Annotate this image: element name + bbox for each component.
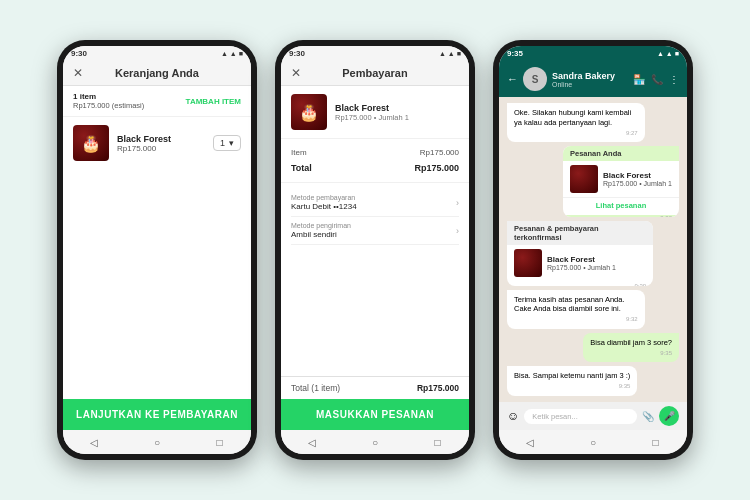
payment-method-label: Metode pembayaran xyxy=(291,194,357,201)
payment-total-row-inner: Total Rp175.000 xyxy=(291,160,459,176)
status-icons-2: ▲ ▲ ■ xyxy=(439,50,461,57)
order-product-name-sent: Black Forest xyxy=(603,171,672,180)
payment-price-rows: Item Rp175.000 Total Rp175.000 xyxy=(281,139,469,183)
order-card-sent-body: Black Forest Rp175.000 • Jumlah 1 xyxy=(563,161,679,197)
home-nav-1[interactable]: ○ xyxy=(150,435,164,449)
shipping-method-chevron-icon: › xyxy=(456,226,459,236)
emoji-icon[interactable]: ☺ xyxy=(507,409,519,423)
cart-estimate-price: Rp175.000 (estimasi) xyxy=(73,101,144,110)
nav-bar-2: ◁ ○ □ xyxy=(281,430,469,454)
home-nav-3[interactable]: ○ xyxy=(586,435,600,449)
cake-thumbnail-1: 🎂 xyxy=(73,125,109,161)
nav-bar-1: ◁ ○ □ xyxy=(63,430,251,454)
payment-product-details: Black Forest Rp175.000 • Jumlah 1 xyxy=(335,103,459,122)
chat-time-1: 9:27 xyxy=(514,130,638,138)
payment-bottom-total: Total (1 item) Rp175.000 xyxy=(281,376,469,399)
recents-nav-1[interactable]: □ xyxy=(213,435,227,449)
nav-bar-3: ◁ ○ □ xyxy=(499,430,687,454)
item-value: Rp175.000 xyxy=(420,148,459,157)
order-card-sent-time: 9:30 xyxy=(563,215,679,217)
status-icons-3: ▲ ▲ ■ xyxy=(657,50,679,57)
order-thumb-confirmed xyxy=(514,249,542,277)
recents-nav-2[interactable]: □ xyxy=(431,435,445,449)
payment-method-chevron-icon: › xyxy=(456,198,459,208)
back-nav-1[interactable]: ◁ xyxy=(87,435,101,449)
order-confirmed-header: Pesanan & pembayaran terkonfirmasi xyxy=(507,221,653,245)
chat-time-3: 9:35 xyxy=(590,350,672,358)
chat-message-1: Oke. Silakan hubungi kami kembali ya kal… xyxy=(507,103,645,142)
home-nav-2[interactable]: ○ xyxy=(368,435,382,449)
cart-info: 1 item Rp175.000 (estimasi) TAMBAH ITEM xyxy=(63,86,251,117)
phone-1-status-bar: 9:30 ▲ ▲ ■ xyxy=(63,46,251,61)
back-nav-2[interactable]: ◁ xyxy=(305,435,319,449)
phone-3-status-bar: 9:35 ▲ ▲ ■ xyxy=(499,46,687,61)
chat-message-2: Terima kasih atas pesanan Anda. Cake And… xyxy=(507,290,645,329)
attachment-icon[interactable]: 📎 xyxy=(642,411,654,422)
cart-item-price: Rp175.000 xyxy=(117,144,205,153)
phone-3: 9:35 ▲ ▲ ■ ← S Sandra Bakery Online 🏪 📞 … xyxy=(493,40,693,460)
status-icons-1: ▲ ▲ ■ xyxy=(221,50,243,57)
order-product-detail-confirmed: Rp175.000 • Jumlah 1 xyxy=(547,264,616,271)
payment-header: ✕ Pembayaran xyxy=(281,61,469,86)
chat-input-bar: ☺ Ketik pesan... 📎 🎤 xyxy=(499,402,687,430)
total-value: Rp175.000 xyxy=(414,163,459,173)
payment-close-icon[interactable]: ✕ xyxy=(291,66,301,80)
order-card-confirmed: Pesanan & pembayaran terkonfirmasi Black… xyxy=(507,221,653,285)
more-options-icon[interactable]: ⋮ xyxy=(669,74,679,85)
chat-message-4-text: Bisa. Sampai ketemu nanti jam 3 :) xyxy=(514,371,630,381)
order-confirmed-time: 9:30 xyxy=(507,283,653,285)
payment-total-amount: Rp175.000 xyxy=(417,383,459,393)
cart-title: Keranjang Anda xyxy=(115,67,199,79)
shipping-method-row[interactable]: Metode pengiriman Ambil sendiri › xyxy=(291,217,459,245)
chat-message-4: Bisa. Sampai ketemu nanti jam 3 :) 9:35 xyxy=(507,366,637,396)
store-icon[interactable]: 🏪 xyxy=(633,74,645,85)
payment-product-row: 🎂 Black Forest Rp175.000 • Jumlah 1 xyxy=(281,86,469,139)
mic-button[interactable]: 🎤 xyxy=(659,406,679,426)
payment-total-label: Total (1 item) xyxy=(291,383,340,393)
back-nav-3[interactable]: ◁ xyxy=(523,435,537,449)
cart-item-row: 🎂 Black Forest Rp175.000 1 ▾ xyxy=(63,117,251,169)
chat-contact-name: Sandra Bakery xyxy=(552,71,628,81)
phones-container: 9:30 ▲ ▲ ■ ✕ Keranjang Anda 1 item Rp175… xyxy=(47,30,703,470)
order-thumb-sent xyxy=(570,165,598,193)
order-card-sent-header: Pesanan Anda xyxy=(563,146,679,161)
item-label: Item xyxy=(291,148,307,157)
order-card-sent: Pesanan Anda Black Forest Rp175.000 • Ju… xyxy=(563,146,679,217)
chat-message-3-text: Bisa diambil jam 3 sore? xyxy=(590,338,672,348)
chat-contact-status: Online xyxy=(552,81,628,88)
status-bar-time-1: 9:30 xyxy=(71,49,87,58)
chat-message-3: Bisa diambil jam 3 sore? 9:35 xyxy=(583,333,679,363)
phone-2-screen: 9:30 ▲ ▲ ■ ✕ Pembayaran 🎂 Black Forest R… xyxy=(281,46,469,454)
payment-title: Pembayaran xyxy=(342,67,407,79)
submit-order-button[interactable]: MASUKKAN PESANAN xyxy=(281,399,469,430)
lihat-pesanan-link[interactable]: Lihat pesanan xyxy=(563,197,679,213)
shipping-method-value: Ambil sendiri xyxy=(291,230,351,239)
qty-value: 1 xyxy=(220,138,225,148)
chat-back-icon[interactable]: ← xyxy=(507,73,518,85)
quantity-control[interactable]: 1 ▾ xyxy=(213,135,241,151)
recents-nav-3[interactable]: □ xyxy=(649,435,663,449)
checkout-button[interactable]: LANJUTKAN KE PEMBAYARAN xyxy=(63,399,251,430)
payment-methods-section: Metode pembayaran Kartu Debit ••1234 › M… xyxy=(281,183,469,251)
chat-time-4: 9:35 xyxy=(514,383,630,391)
payment-product-name: Black Forest xyxy=(335,103,459,113)
phone-1: 9:30 ▲ ▲ ■ ✕ Keranjang Anda 1 item Rp175… xyxy=(57,40,257,460)
total-label: Total xyxy=(291,163,312,173)
avatar: S xyxy=(523,67,547,91)
phone-2: 9:30 ▲ ▲ ■ ✕ Pembayaran 🎂 Black Forest R… xyxy=(275,40,475,460)
call-icon[interactable]: 📞 xyxy=(651,74,663,85)
chat-message-1-text: Oke. Silakan hubungi kami kembali ya kal… xyxy=(514,108,638,128)
qty-chevron-icon: ▾ xyxy=(229,138,234,148)
chat-header-info: Sandra Bakery Online xyxy=(552,71,628,88)
cart-item-details: Black Forest Rp175.000 xyxy=(117,134,205,153)
phone-1-screen: 9:30 ▲ ▲ ■ ✕ Keranjang Anda 1 item Rp175… xyxy=(63,46,251,454)
payment-product-sub: Rp175.000 • Jumlah 1 xyxy=(335,113,459,122)
tambah-item-button[interactable]: TAMBAH ITEM xyxy=(186,97,241,106)
payment-method-card-row[interactable]: Metode pembayaran Kartu Debit ••1234 › xyxy=(291,189,459,217)
cart-close-icon[interactable]: ✕ xyxy=(73,66,83,80)
chat-message-2-text: Terima kasih atas pesanan Anda. Cake And… xyxy=(514,295,638,315)
chat-input-field[interactable]: Ketik pesan... xyxy=(524,409,637,424)
order-confirmed-body: Black Forest Rp175.000 • Jumlah 1 xyxy=(507,245,653,281)
chat-body: Oke. Silakan hubungi kami kembali ya kal… xyxy=(499,97,687,402)
chat-time-2: 9:32 xyxy=(514,316,638,324)
